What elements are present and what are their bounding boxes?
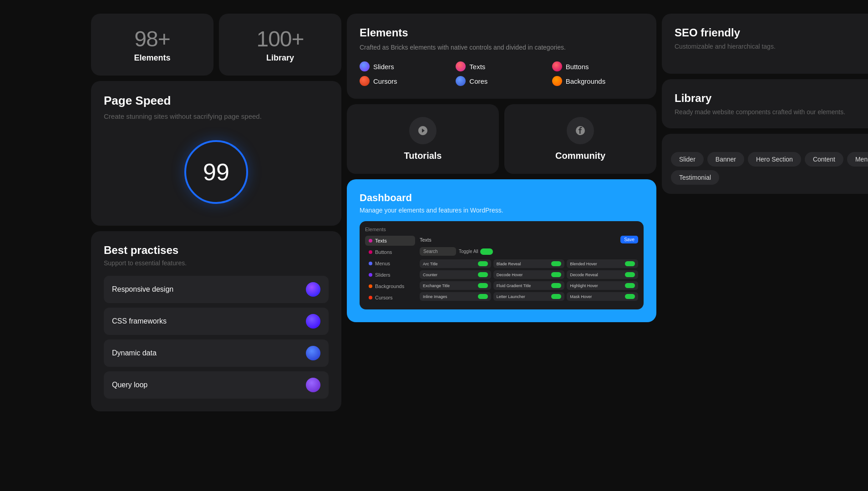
feature-name: Exchange Title xyxy=(423,283,450,288)
column-3: SEO friendly Customizable and hierarchic… xyxy=(662,14,868,411)
sidebar-dot xyxy=(369,296,372,299)
feature-name: Highlight Hover xyxy=(570,283,598,288)
feature-blade-reveal: Blade Reveal xyxy=(493,259,565,268)
tag-buttons: Buttons xyxy=(552,61,644,71)
toggle-inline-images[interactable] xyxy=(478,294,488,299)
sidebar-dot xyxy=(369,239,372,243)
sidebar-menus-label: Menus xyxy=(375,261,390,266)
backgrounds-label: Backgrounds xyxy=(566,77,606,85)
feature-name: Fluid Gradient Title xyxy=(497,283,531,288)
mockup-search-row: Search Toggle All xyxy=(420,247,638,256)
toggle-arc-title[interactable] xyxy=(478,261,488,266)
library-title: Library xyxy=(675,92,868,105)
query-loop-dot xyxy=(306,378,320,392)
sliders-dot xyxy=(360,61,370,71)
mockup-sidebar-item: Cursors xyxy=(365,293,415,303)
tutorials-card[interactable]: Tutorials xyxy=(347,104,499,174)
elements-label: Elements xyxy=(106,53,199,63)
cores-label: Cores xyxy=(469,77,487,85)
feature-highlight-hover: Highlight Hover xyxy=(567,281,638,290)
query-loop-label: Query loop xyxy=(112,381,147,389)
sidebar-dot xyxy=(369,250,372,254)
texts-label: Texts xyxy=(469,63,485,71)
best-practices-title: Best practises xyxy=(104,244,329,257)
column-1: 98+ Elements 100+ Library Page Speed Cre… xyxy=(91,14,341,411)
stats-row: 98+ Elements 100+ Library xyxy=(91,14,341,76)
toggle-decode-reveal[interactable] xyxy=(625,272,635,277)
mockup-save-button[interactable]: Save xyxy=(620,236,638,243)
feature-name: Decode Reveal xyxy=(570,273,598,277)
toggle-exchange-title[interactable] xyxy=(478,283,488,288)
toggle-mask-hover[interactable] xyxy=(625,294,635,299)
sidebar-sliders-label: Sliders xyxy=(375,272,391,278)
template-tag-slider[interactable]: Slider xyxy=(671,152,704,167)
toggle-fluid-gradient[interactable] xyxy=(551,283,561,288)
seo-description: Customizable and hierarchical tags. xyxy=(675,43,776,50)
toggle-decode-hover[interactable] xyxy=(551,272,561,277)
elements-stat-card: 98+ Elements xyxy=(91,14,213,76)
template-tag-menu[interactable]: Menu xyxy=(847,152,868,167)
mockup-content-header: Texts Save xyxy=(420,236,638,243)
mockup-sidebar-list: Texts Buttons Menus Sliders xyxy=(365,236,415,304)
toggle-all-label: Toggle All xyxy=(459,249,478,254)
css-frameworks-dot xyxy=(306,314,320,329)
page-speed-description: Create stunning sites without sacrifying… xyxy=(104,111,329,122)
template-tag-banner[interactable]: Banner xyxy=(707,152,744,167)
list-item: Query loop xyxy=(104,371,329,399)
sidebar-buttons-label: Buttons xyxy=(375,249,392,255)
feature-decode-hover: Decode Hover xyxy=(493,270,565,279)
tag-sliders: Sliders xyxy=(360,61,451,71)
mockup-content-panel: Texts Save Search Toggle All xyxy=(420,236,638,304)
elements-card: Elements Crafted as Bricks elements with… xyxy=(347,14,656,99)
elements-description: Crafted as Bricks elements with native c… xyxy=(360,43,644,52)
dynamic-data-label: Dynamic data xyxy=(112,349,157,357)
feature-name: Arc Title xyxy=(423,262,438,266)
feature-arc-title: Arc Title xyxy=(420,259,491,268)
dashboard-title: Dashboard xyxy=(360,192,644,204)
feature-mask-hover: Mask Hover xyxy=(567,292,638,301)
mockup-feature-rows: Arc Title Blade Reveal Blended Hover xyxy=(420,259,638,301)
toggle-highlight-hover[interactable] xyxy=(625,283,635,288)
mockup-sidebar-item: Sliders xyxy=(365,270,415,280)
template-tags-list: Slider Banner Hero Section Content Menu … xyxy=(671,152,868,185)
youtube-icon xyxy=(409,117,437,144)
sidebar-dot xyxy=(369,273,372,277)
mockup-texts-title: Texts xyxy=(420,237,431,243)
cursors-label: Cursors xyxy=(373,77,397,85)
community-card[interactable]: Community xyxy=(504,104,656,174)
community-label: Community xyxy=(555,151,605,161)
buttons-label: Buttons xyxy=(566,63,589,71)
seo-title: SEO friendly xyxy=(675,26,776,39)
feature-name: Mask Hover xyxy=(570,294,592,299)
template-tag-testimonial[interactable]: Testimonial xyxy=(671,170,719,185)
toggle-blended-hover[interactable] xyxy=(625,261,635,266)
sidebar-dot xyxy=(369,284,372,288)
mockup-sidebar-item: Texts xyxy=(365,236,415,246)
template-tags-card: Slider Banner Hero Section Content Menu … xyxy=(662,134,868,194)
feature-exchange-title: Exchange Title xyxy=(420,281,491,290)
dashboard-mockup: Elements Texts Buttons xyxy=(360,221,644,309)
toggle-letter-launcher[interactable] xyxy=(551,294,561,299)
css-frameworks-label: CSS frameworks xyxy=(112,317,167,325)
mockup-search-bar[interactable]: Search xyxy=(420,247,456,256)
elements-tag-grid: Sliders Texts Buttons Cursors Cores xyxy=(360,61,644,86)
feature-name: Letter Launcher xyxy=(497,294,525,299)
sidebar-texts-label: Texts xyxy=(375,238,387,243)
feature-fluid-gradient: Fluid Gradient Title xyxy=(493,281,565,290)
elements-count: 98+ xyxy=(106,26,199,51)
toggle-blade-reveal[interactable] xyxy=(551,261,561,266)
cores-dot xyxy=(456,76,466,86)
toggle-all-switch[interactable] xyxy=(480,248,493,255)
elements-title: Elements xyxy=(360,26,644,39)
dashboard-card: Dashboard Manage your elements and featu… xyxy=(347,179,656,322)
template-tag-hero-section[interactable]: Hero Section xyxy=(748,152,801,167)
list-item: Responsive design xyxy=(104,276,329,303)
mockup-elements-header: Elements xyxy=(365,227,386,232)
feature-name: Blended Hover xyxy=(570,262,597,266)
toggle-counter[interactable] xyxy=(478,272,488,277)
feature-inline-images: Inline Images xyxy=(420,292,491,301)
library-stat-card: 100+ Library xyxy=(219,14,341,76)
template-tag-content[interactable]: Content xyxy=(805,152,843,167)
dashboard-description: Manage your elements and features in Wor… xyxy=(360,207,644,214)
sidebar-backgrounds-label: Backgrounds xyxy=(375,283,404,289)
